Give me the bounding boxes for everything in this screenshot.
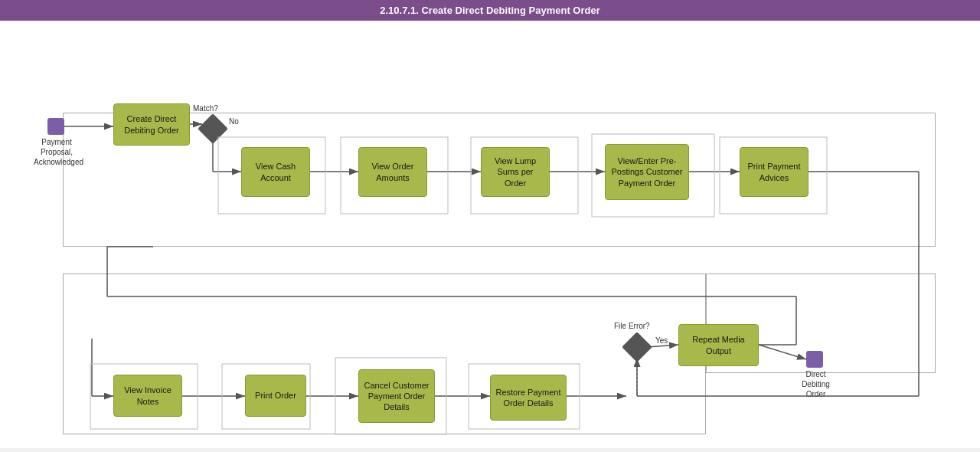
end-label: Direct Debiting Order xyxy=(795,369,837,399)
view-order-amounts-box[interactable]: View Order Amounts xyxy=(358,147,427,197)
header: 2.10.7.1. Create Direct Debiting Payment… xyxy=(0,0,980,21)
diagram-area: Payment Proposal, Acknowledged Create Di… xyxy=(0,21,980,448)
repeat-media-output-box[interactable]: Repeat Media Output xyxy=(678,324,759,366)
view-cash-account-box[interactable]: View Cash Account xyxy=(241,147,310,197)
print-order-box[interactable]: Print Order xyxy=(245,375,306,417)
no-label: No xyxy=(229,116,239,126)
yes-label: Yes xyxy=(655,336,668,346)
header-title: 2.10.7.1. Create Direct Debiting Payment… xyxy=(380,5,600,16)
end-node xyxy=(806,351,823,368)
restore-payment-box[interactable]: Restore Payment Order Details xyxy=(490,375,567,421)
print-payment-advices-box[interactable]: Print Payment Advices xyxy=(740,147,808,197)
match-label: Match? xyxy=(193,103,218,113)
view-enter-pre-box[interactable]: View/Enter Pre- Postings Customer Paymen… xyxy=(605,144,689,200)
start-node xyxy=(47,118,64,135)
cancel-customer-box[interactable]: Cancel Customer Payment Order Details xyxy=(358,369,435,423)
create-direct-debiting-box[interactable]: Create Direct Debiting Order xyxy=(113,103,190,146)
view-lump-sums-box[interactable]: View Lump Sums per Order xyxy=(481,147,550,197)
file-error-label: File Error? xyxy=(614,321,650,331)
view-invoice-notes-box[interactable]: View Invoice Notes xyxy=(113,375,182,417)
start-label: Payment Proposal, Acknowledged xyxy=(34,137,80,167)
